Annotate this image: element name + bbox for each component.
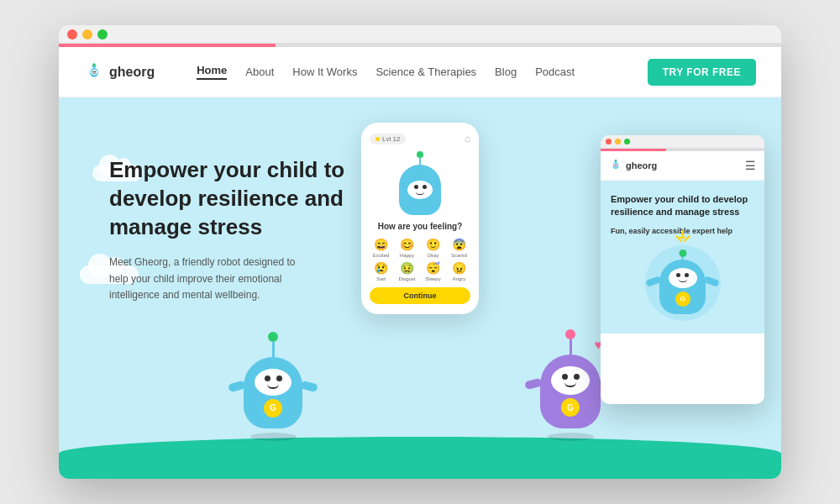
svg-point-3 (92, 71, 94, 72)
robot-antenna-stick-right (570, 339, 572, 354)
level-text: Lvl 12 (382, 135, 400, 143)
nav-link-about[interactable]: About (245, 66, 274, 78)
hero-description: Meet Gheorg, a friendly robot designed t… (109, 255, 302, 303)
emotion-label-okay: Okay (427, 253, 438, 258)
phone-antenna-ball (417, 151, 423, 158)
robot-eye-purple-l (562, 374, 568, 380)
nav-link-blog[interactable]: Blog (495, 66, 517, 78)
emotion-sleepy[interactable]: 😴 Sleepy (422, 261, 444, 281)
emotion-okay[interactable]: 🙂 Okay (422, 238, 444, 258)
phone-top-bar: Lvl 12 ⌂ (370, 133, 470, 144)
hero-title: Empower your child to develop resilience… (109, 156, 361, 241)
robot-antenna-stick-left (272, 342, 275, 357)
titlebar (59, 25, 781, 44)
robot-antenna-ball-right (565, 329, 575, 339)
robot-smile (267, 384, 279, 389)
robot-purple-body: ♥ G (540, 354, 601, 428)
tablet-robot-body-inner: G (659, 260, 706, 314)
emotion-emoji-sad: 😢 (374, 261, 388, 275)
emotion-emoji-okay: 🙂 (426, 238, 440, 251)
emotion-label-sad: Sad (376, 276, 386, 281)
emotion-excited[interactable]: 😄 Excited (370, 238, 392, 258)
emotion-scared[interactable]: 😨 Scared (448, 238, 470, 258)
robot-blue-body: G (244, 357, 302, 428)
tablet-logo[interactable]: gheorg (609, 159, 657, 172)
navbar: gheorg Home About How It Works Science &… (59, 47, 781, 97)
nav-link-home[interactable]: Home (197, 64, 227, 80)
hero-text-area: Empower your child to develop resilience… (109, 139, 361, 303)
browser-window: gheorg Home About How It Works Science &… (59, 25, 781, 479)
tablet-maximize-btn[interactable] (624, 139, 630, 144)
emotion-label-excited: Excited (373, 253, 390, 258)
logo-text: gheorg (109, 65, 155, 80)
logo-icon (84, 62, 104, 82)
emotion-label-happy: Happy (400, 253, 414, 258)
logo-area[interactable]: gheorg (84, 62, 155, 82)
robot-arm-left (228, 381, 246, 393)
svg-point-11 (615, 160, 617, 161)
tablet-logo-icon (609, 159, 622, 172)
robot-badge-left: G (264, 399, 282, 417)
svg-point-10 (616, 165, 617, 165)
tablet-smile-inner (679, 279, 687, 282)
emotion-angry[interactable]: 😠 Angry (448, 261, 470, 281)
robot-eye-purple-r (574, 374, 580, 380)
tablet-titlebar (601, 135, 764, 149)
home-icon: ⌂ (465, 133, 470, 144)
nav-link-how-it-works[interactable]: How It Works (292, 66, 357, 78)
phone-eye-r (423, 185, 427, 189)
phone-robot-face (407, 181, 433, 199)
level-badge: Lvl 12 (370, 134, 406, 144)
tablet-minimize-btn[interactable] (615, 139, 621, 144)
robot-eye-r (276, 375, 282, 381)
robot-badge-right: G (561, 398, 580, 417)
tablet-arm-left (645, 276, 662, 287)
robot-face-left (255, 369, 291, 396)
close-button[interactable] (67, 29, 77, 39)
continue-button[interactable]: Continue (370, 287, 470, 304)
nav-links: Home About How It Works Science & Therap… (197, 64, 622, 80)
emotion-label-sleepy: Sleepy (425, 276, 440, 281)
emotion-label-disgust: Disgust (398, 276, 415, 281)
robot-arm-right (300, 381, 318, 393)
nav-link-science[interactable]: Science & Therapies (375, 66, 476, 78)
phone-antenna-stick (419, 158, 421, 165)
tablet-robot-circle: G (645, 245, 721, 321)
robot-face-right (551, 366, 590, 395)
emotion-emoji-angry: 😠 (452, 261, 466, 275)
emotion-sad[interactable]: 😢 Sad (370, 261, 392, 281)
phone-eye-l (414, 185, 418, 189)
tablet-hero-section: Empower your child to develop resilience… (601, 181, 764, 333)
emotion-emoji-excited: 😄 (374, 238, 388, 251)
nav-link-podcast[interactable]: Podcast (535, 66, 575, 78)
emotion-label-scared: Scared (451, 253, 467, 258)
robot-smile-purple (564, 382, 576, 387)
tablet-mockup: gheorg ☰ Empower your child to develop r… (601, 135, 764, 404)
svg-point-9 (615, 165, 616, 165)
try-for-free-button[interactable]: TRY FOR FREE (648, 59, 756, 86)
robot-antenna-ball-left (268, 332, 278, 342)
phone-mockup: Lvl 12 ⌂ How are you (361, 123, 479, 314)
tablet-navbar: gheorg ☰ (601, 151, 764, 181)
level-dot (375, 137, 380, 141)
maximize-button[interactable] (97, 29, 108, 39)
phone-smile (416, 192, 424, 195)
phone-eyes (414, 185, 427, 189)
robot-eye-l (265, 375, 270, 381)
tablet-close-btn[interactable] (606, 139, 612, 144)
tablet-eye-l (676, 273, 680, 277)
tablet-arm-right (703, 276, 720, 287)
minimize-button[interactable] (82, 29, 92, 39)
emotions-grid: 😄 Excited 😊 Happy 🙂 Okay 😨 Scared 😢 (370, 238, 470, 281)
hamburger-icon[interactable]: ☰ (745, 159, 756, 172)
phone-robot-container (399, 151, 441, 215)
hero-section: Empower your child to develop resilience… (59, 97, 781, 479)
emotion-emoji-sleepy: 😴 (426, 261, 440, 275)
emotion-happy[interactable]: 😊 Happy (396, 238, 418, 258)
emotion-disgust[interactable]: 🤢 Disgust (396, 261, 418, 281)
robot-shadow-right (548, 433, 594, 441)
svg-point-5 (92, 63, 96, 66)
phone-robot-body (399, 165, 441, 215)
tablet-robot-badge-inner: G (675, 291, 690, 307)
emotion-label-angry: Angry (453, 276, 466, 281)
